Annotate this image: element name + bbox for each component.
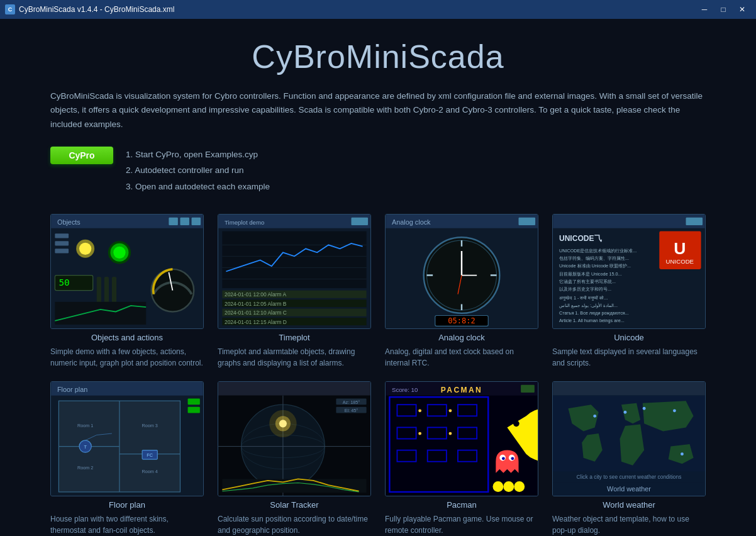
titlebar: C CyBroMiniScada v1.4.4 - CyBroMiniScada…: [0, 0, 756, 19]
svg-point-126: [448, 432, 452, 435]
svg-rect-25: [352, 218, 369, 225]
svg-text:UNICODE⺄: UNICODE⺄: [559, 234, 603, 243]
svg-text:World weather: World weather: [607, 484, 651, 492]
minimize-button[interactable]: ─: [696, 3, 713, 16]
svg-text:包括字符集、编码方案、字符属性...: 包括字符集、编码方案、字符属性...: [559, 255, 629, 261]
svg-point-127: [513, 420, 520, 427]
app-icon: C: [5, 4, 15, 14]
gallery-grid: Objects 50: [50, 214, 706, 536]
svg-text:2024-01-01 12:10 Alarm C: 2024-01-01 12:10 Alarm C: [225, 310, 287, 316]
svg-text:FC: FC: [147, 452, 153, 458]
svg-point-139: [624, 411, 627, 414]
svg-text:अनुच्छेद 1 - सभी मनुष्यों को..: अनुच्छेद 1 - सभी मनुष्यों को...: [559, 295, 608, 301]
svg-text:Analog clock: Analog clock: [392, 218, 431, 225]
svg-rect-91: [218, 382, 370, 396]
gallery-thumb-weather[interactable]: Click a city to see current weather cond…: [552, 381, 706, 496]
gallery-item-pacman: Score: 10 PACMAN: [385, 381, 538, 536]
gallery-desc-clock: Analog, digital and text clock based on …: [385, 346, 538, 369]
maximize-button[interactable]: □: [714, 3, 732, 16]
svg-text:2024-01-01 12:05 Alarm B: 2024-01-01 12:05 Alarm B: [225, 301, 287, 307]
svg-text:以及许多历史文字和符号...: 以及许多历史文字和符号...: [559, 286, 611, 291]
svg-point-140: [643, 407, 646, 410]
svg-rect-112: [521, 385, 535, 393]
svg-text:T: T: [84, 444, 87, 450]
gallery-label-pacman: Pacman: [385, 500, 538, 510]
gallery-label-weather: World weather: [552, 500, 706, 510]
svg-text:U: U: [674, 238, 686, 257]
svg-rect-26: [222, 231, 366, 288]
svg-text:Room 3: Room 3: [142, 423, 158, 428]
svg-rect-42: [519, 218, 536, 225]
svg-point-10: [79, 242, 91, 254]
svg-rect-8: [55, 248, 69, 253]
gallery-label-objects: Objects and actions: [50, 333, 204, 342]
gallery-desc-floor: House plan with two different skins, the…: [50, 513, 204, 536]
svg-point-141: [593, 415, 596, 418]
svg-point-124: [448, 409, 452, 412]
gallery-desc-pacman: Fully playable Pacman game. Use mouse or…: [385, 513, 538, 536]
gallery-thumb-clock[interactable]: Analog clock 05:8:2: [385, 214, 538, 329]
cypro-button[interactable]: CyPro: [50, 147, 113, 164]
svg-rect-74: [188, 398, 200, 405]
gallery-thumb-timeplot[interactable]: Timeplot demo 2024-01-01 12:00 Alarm A: [218, 214, 371, 329]
svg-rect-4: [180, 218, 189, 225]
svg-rect-75: [188, 407, 200, 413]
gallery-thumb-unicode[interactable]: U UNICODE UNICODE⺄ UNICODE是信息技术领域的行业标准..…: [552, 214, 706, 329]
svg-rect-6: [55, 233, 69, 238]
svg-point-131: [511, 457, 514, 460]
main-content: CyBroMiniScada CyBroMiniScada is visuali…: [0, 19, 756, 536]
gallery-thumb-solar[interactable]: Az: 185° El: 45°: [218, 381, 371, 496]
gallery-item-objects: Objects 50: [50, 214, 204, 369]
gallery-label-solar: Solar Tracker: [218, 500, 371, 510]
svg-text:05:8:2: 05:8:2: [448, 316, 475, 325]
svg-text:50: 50: [58, 277, 69, 288]
svg-point-132: [492, 481, 503, 492]
gallery-desc-solar: Calculate sun position according to date…: [218, 513, 371, 536]
gallery-thumb-pacman[interactable]: Score: 10 PACMAN: [385, 381, 538, 496]
svg-rect-136: [553, 382, 704, 396]
svg-rect-5: [192, 218, 201, 225]
close-button[interactable]: ✕: [733, 3, 751, 16]
gallery-desc-timeplot: Timeplot and alarmtable objects, drawing…: [218, 346, 371, 369]
gallery-item-timeplot: Timeplot demo 2024-01-01 12:00 Alarm A: [218, 214, 371, 369]
gallery-item-solar: Az: 185° El: 45° Solar Tracker Calculate…: [218, 381, 371, 536]
svg-rect-7: [55, 241, 69, 245]
svg-text:المادة الأولى: يولد جميع الناس: المادة الأولى: يولد جميع الناس...: [559, 302, 618, 308]
step-2: 2. Autodetect controller and run: [126, 162, 270, 179]
svg-text:UNICODE: UNICODE: [666, 258, 694, 265]
svg-text:Room 4: Room 4: [142, 469, 158, 474]
svg-rect-3: [169, 218, 177, 225]
svg-text:它涵盖了所有主要书写系统...: 它涵盖了所有主要书写系统...: [559, 278, 616, 284]
svg-point-130: [502, 457, 505, 460]
svg-point-133: [503, 481, 514, 492]
svg-text:目前最新版本是 Unicode 15.0...: 目前最新版本是 Unicode 15.0...: [559, 271, 622, 276]
gallery-item-clock: Analog clock 05:8:2: [385, 214, 538, 369]
svg-text:PACMAN: PACMAN: [441, 386, 482, 394]
svg-text:Timeplot demo: Timeplot demo: [225, 218, 264, 225]
svg-point-123: [418, 409, 421, 412]
svg-point-134: [514, 481, 525, 492]
app-description: CyBroMiniScada is visualization system f…: [50, 89, 706, 131]
svg-text:Objects: Objects: [57, 218, 81, 225]
svg-text:Score: 10: Score: 10: [392, 386, 418, 393]
gallery-label-unicode: Unicode: [552, 333, 706, 342]
gallery-label-timeplot: Timeplot: [218, 333, 371, 342]
svg-text:Room 2: Room 2: [77, 464, 93, 470]
steps-list: 1. Start CyPro, open Examples.cyp 2. Aut…: [126, 147, 270, 195]
svg-rect-55: [553, 215, 704, 228]
gallery-item-floor: Floor plan Room 1 Room 2 Room 3 Room 4: [50, 381, 204, 536]
svg-point-125: [418, 432, 421, 435]
svg-text:2024-01-01 12:00 Alarm A: 2024-01-01 12:00 Alarm A: [225, 291, 286, 298]
gallery-thumb-objects[interactable]: Objects 50: [50, 214, 204, 329]
svg-text:Unicode 标准由 Unicode 联盟维护...: Unicode 标准由 Unicode 联盟维护...: [559, 263, 631, 269]
svg-text:Az: 185°: Az: 185°: [343, 399, 360, 405]
gallery-desc-objects: Simple demo with a few objects, actions,…: [50, 346, 204, 369]
gallery-item-unicode: U UNICODE UNICODE⺄ UNICODE是信息技术领域的行业标准..…: [552, 214, 706, 369]
svg-text:Room 1: Room 1: [77, 423, 93, 428]
svg-text:UNICODE是信息技术领域的行业标准...: UNICODE是信息技术领域的行业标准...: [559, 248, 636, 254]
gallery-label-floor: Floor plan: [50, 500, 204, 510]
gallery-item-weather: Click a city to see current weather cond…: [552, 381, 706, 536]
gallery-thumb-floor[interactable]: Floor plan Room 1 Room 2 Room 3 Room 4: [50, 381, 204, 496]
svg-text:Статья 1. Все люди рождаются..: Статья 1. Все люди рождаются...: [559, 310, 629, 316]
svg-text:Click a city to see current we: Click a city to see current weather cond…: [577, 474, 682, 480]
